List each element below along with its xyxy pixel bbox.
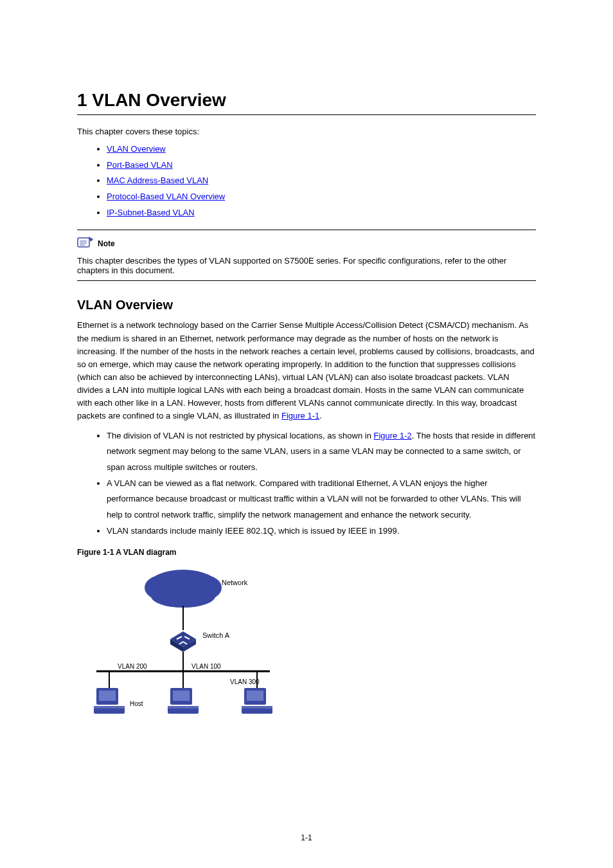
label-host: Host <box>130 700 143 707</box>
toc-item: VLAN Overview <box>107 141 536 158</box>
bullet3-text: VLAN standards include mainly IEEE 802.1… <box>107 526 399 536</box>
label-vlan-200: VLAN 200 <box>118 663 147 670</box>
note-header: Note <box>77 235 536 252</box>
figure-caption: Figure 1-1 A VLAN diagram <box>77 548 536 557</box>
toc-item: IP-Subnet-Based VLAN <box>107 205 536 221</box>
svg-rect-26 <box>247 691 263 701</box>
chapter-heading: VLAN Overview <box>92 90 226 110</box>
label-network: Network <box>222 579 248 586</box>
host-icon <box>94 688 272 714</box>
bullet-item: A VLAN can be viewed as a flat network. … <box>107 476 536 523</box>
svg-rect-22 <box>173 691 190 701</box>
page-number: 1-1 <box>0 833 613 842</box>
figure-1-1-diagram: Network Switch A VLAN 200 VLAN 100 VLAN … <box>77 561 289 743</box>
bullet1-text-a: The division of VLAN is not restricted b… <box>107 431 373 440</box>
svg-point-7 <box>151 584 215 608</box>
note-icon <box>77 235 94 252</box>
svg-rect-28 <box>242 706 272 709</box>
bullet-item: VLAN standards include mainly IEEE 802.1… <box>107 523 536 539</box>
toc-item: Protocol-Based VLAN Overview <box>107 189 536 205</box>
note-bottom-rule <box>77 280 536 281</box>
page: 1 VLAN Overview This chapter covers thes… <box>0 0 613 868</box>
toc-item: MAC Address-Based VLAN <box>107 173 536 189</box>
toc-link-protocol-based-vlan[interactable]: Protocol-Based VLAN Overview <box>107 192 225 201</box>
figure-link-1-2[interactable]: Figure 1-2 <box>373 431 411 440</box>
para1-text-a: Ethernet is a network technology based o… <box>77 320 535 420</box>
note-top-rule <box>77 230 536 230</box>
intro-line: This chapter covers these topics: <box>77 127 536 136</box>
toc-link-mac-based-vlan[interactable]: MAC Address-Based VLAN <box>107 176 208 185</box>
figure-link-1-1[interactable]: Figure 1-1 <box>281 411 319 420</box>
paragraph-1: Ethernet is a network technology based o… <box>77 319 536 422</box>
label-vlan-100: VLAN 100 <box>191 663 221 670</box>
toc-link-vlan-overview[interactable]: VLAN Overview <box>107 144 166 154</box>
svg-rect-0 <box>78 238 89 247</box>
bullet-item: The division of VLAN is not restricted b… <box>107 428 536 476</box>
chapter-number: 1 <box>77 90 87 110</box>
svg-rect-24 <box>168 706 199 709</box>
svg-rect-18 <box>99 691 116 701</box>
chapter-title: 1 VLAN Overview <box>77 90 536 111</box>
para1-text-b: . <box>319 411 322 420</box>
toc-list: VLAN Overview Port-Based VLAN MAC Addres… <box>77 141 536 221</box>
note-block: Note This chapter describes the types of… <box>77 230 536 281</box>
bullet2-text: A VLAN can be viewed as a flat network. … <box>107 478 521 520</box>
note-label: Note <box>98 239 115 248</box>
toc-link-port-based-vlan[interactable]: Port-Based VLAN <box>107 160 173 170</box>
svg-rect-20 <box>94 706 125 709</box>
label-switch: Switch A <box>202 631 230 639</box>
section-title: VLAN Overview <box>77 298 536 312</box>
body-bullets: The division of VLAN is not restricted b… <box>77 428 536 539</box>
title-underline <box>77 114 536 115</box>
label-vlan-300: VLAN 300 <box>230 678 260 685</box>
note-text: This chapter describes the types of VLAN… <box>77 256 536 275</box>
toc-item: Port-Based VLAN <box>107 158 536 174</box>
toc-link-ip-subnet-based-vlan[interactable]: IP-Subnet-Based VLAN <box>107 208 195 217</box>
